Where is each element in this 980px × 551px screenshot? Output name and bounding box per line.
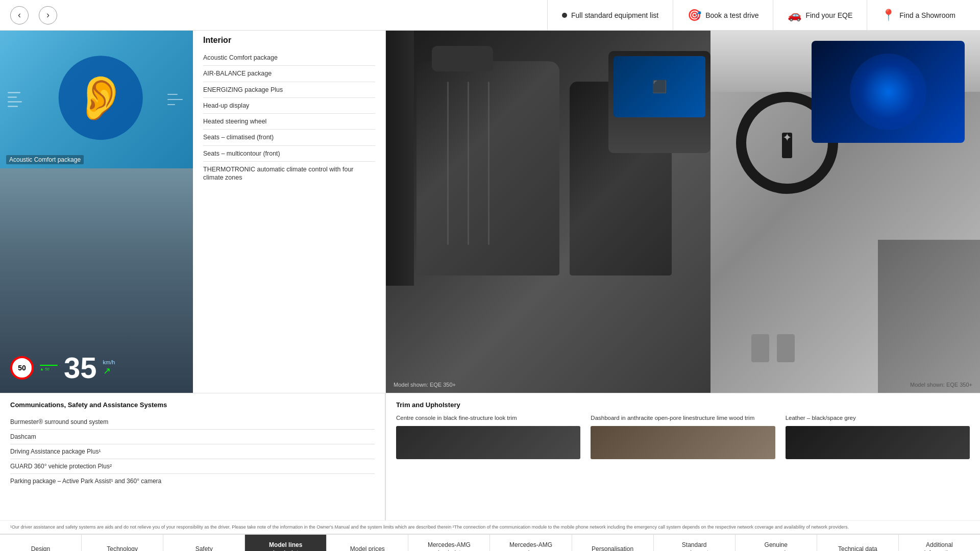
bottom-nav-personalisation[interactable]: Personalisation [572, 535, 654, 551]
trim-labels: Centre console in black fine-structure l… [396, 415, 970, 421]
bottom-nav-technology[interactable]: Technology [82, 535, 163, 551]
trim-label-2: Leather – black/space grey [786, 415, 970, 421]
trim-panel: Trim and Upholstery Centre console in bl… [386, 393, 980, 520]
showroom-link[interactable]: 📍 Find a Showroom [867, 0, 970, 31]
comms-item: Parking package – Active Park Assist¹ an… [10, 474, 375, 488]
bottom-nav-design[interactable]: Design [0, 535, 82, 551]
hud-unit: km/h [103, 359, 115, 365]
feature-item: Acoustic Comfort package [203, 50, 375, 66]
bottom-nav-model-prices[interactable]: Model prices [327, 535, 408, 551]
dot-icon [562, 13, 567, 18]
center-car-image: ⬛ Model shown: EQE 350+ [386, 31, 710, 393]
speed-limit-sign: 50 [10, 356, 34, 380]
bottom-navigation: Design Technology Safety Model linesand … [0, 534, 980, 551]
hud-image: Head-up display 50 ▲ 50 35 km/h ↗ [0, 168, 193, 393]
comms-panel: Communications, Safety and Assistance Sy… [0, 393, 385, 520]
feature-item: Heated steering wheel [203, 114, 375, 130]
comms-item: Dashcam [10, 430, 375, 444]
trim-title: Trim and Upholstery [396, 401, 970, 409]
trim-label-0: Centre console in black fine-structure l… [396, 415, 580, 421]
left-panel: 👂 Acoustic Comfort package Head-up displ… [0, 31, 193, 393]
center-model-label: Model shown: EQE 350+ [394, 382, 456, 388]
feature-list-panel: Interior Acoustic Comfort package AIR-BA… [193, 31, 386, 393]
ear-icon: 👂 [74, 72, 128, 123]
right-car-image: ✦ Model shown: EQE 350+ [710, 31, 980, 393]
full-equipment-link[interactable]: Full standard equipment list [547, 0, 673, 31]
comms-item: GUARD 360° vehicle protection Plus² [10, 459, 375, 474]
test-drive-label: Book a test drive [705, 11, 758, 19]
bottom-nav-additional-info[interactable]: Additionalinformation [899, 535, 980, 551]
steering-wheel-icon: 🎯 [688, 9, 701, 22]
prev-button[interactable]: ‹ [10, 6, 29, 24]
feature-item: AIR-BALANCE package [203, 66, 375, 82]
feature-list-title: Interior [203, 36, 375, 45]
trim-swatch-1 [591, 426, 775, 459]
location-pin-icon: 📍 [881, 9, 895, 22]
feature-item: Head-up display [203, 98, 375, 114]
hud-speed: 35 [64, 353, 97, 383]
top-nav-links: Full standard equipment list 🎯 Book a te… [547, 0, 970, 31]
feature-item: Seats – multicontour (front) [203, 146, 375, 162]
footnote: ¹Our driver assistance and safety system… [0, 520, 980, 534]
bottom-nav-standard-equipment[interactable]: Standardequipment [654, 535, 736, 551]
nav-arrows: ‹ › [10, 6, 57, 24]
hud-nav-icon: ↗ [103, 365, 111, 377]
bottom-nav-model-lines[interactable]: Model linesand upholstery [245, 535, 327, 551]
comms-item: Burmester® surround sound system [10, 415, 375, 430]
comms-item: Driving Assistance package Plus¹ [10, 444, 375, 459]
showroom-label: Find a Showroom [899, 11, 955, 19]
top-navigation: ‹ › Full standard equipment list 🎯 Book … [0, 0, 980, 31]
bottom-nav-safety[interactable]: Safety [163, 535, 245, 551]
bottom-section: Communications, Safety and Assistance Sy… [0, 393, 980, 520]
feature-item: ENERGIZING package Plus [203, 82, 375, 98]
find-eqe-link[interactable]: 🚗 Find your EQE [773, 0, 867, 31]
main-content: 👂 Acoustic Comfort package Head-up displ… [0, 31, 980, 393]
trim-swatch-2 [786, 426, 970, 459]
next-button[interactable]: › [39, 6, 57, 24]
trim-swatches [396, 426, 970, 459]
comms-title: Communications, Safety and Assistance Sy… [10, 401, 375, 409]
bottom-nav-amg-upholstery[interactable]: Mercedes-AMGand upholstery [408, 535, 490, 551]
bottom-nav-technical-data[interactable]: Technical data [817, 535, 899, 551]
car-help-icon: 🚗 [788, 9, 801, 22]
trim-swatch-0 [396, 426, 580, 459]
feature-item: Seats – climatised (front) [203, 130, 375, 145]
acoustic-image: 👂 Acoustic Comfort package [0, 31, 193, 168]
feature-item: THERMOTRONIC automatic climate control w… [203, 162, 375, 186]
find-eqe-label: Find your EQE [805, 11, 852, 19]
bottom-nav-amg-prices[interactable]: Mercedes-AMGprices [490, 535, 572, 551]
trim-label-1: Dashboard in anthracite open-pore linest… [591, 415, 775, 421]
right-model-label: Model shown: EQE 350+ [910, 382, 972, 388]
bottom-nav-genuine-accessories[interactable]: Genuineaccessories [736, 535, 817, 551]
acoustic-label: Acoustic Comfort package [6, 155, 84, 164]
hud-limit-text: ▲ 50 [40, 367, 58, 371]
full-equipment-label: Full standard equipment list [571, 11, 658, 19]
test-drive-link[interactable]: 🎯 Book a test drive [673, 0, 773, 31]
